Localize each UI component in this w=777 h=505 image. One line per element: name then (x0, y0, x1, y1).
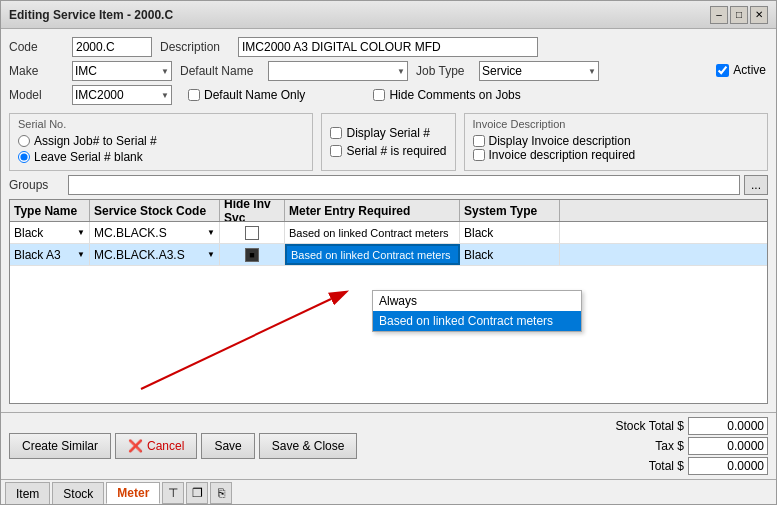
code-description-row: Code Description (9, 37, 768, 57)
type-arrow-icon-0: ▼ (77, 228, 85, 237)
cell-system-1: Black (460, 244, 560, 265)
hide-comments-checkbox[interactable] (373, 89, 385, 101)
display-invoice-row: Display Invoice description (473, 134, 759, 148)
job-type-combo[interactable]: Service ▼ (479, 61, 599, 81)
active-row: Active (716, 63, 766, 77)
tax-row: Tax $ 0.0000 (594, 437, 768, 455)
action-buttons: Create Similar ❌ Cancel Save Save & Clos… (9, 433, 357, 459)
main-window: Editing Service Item - 2000.C – □ ✕ Acti… (0, 0, 777, 505)
type-arrow-icon-1: ▼ (77, 250, 85, 259)
cell-system-0: Black (460, 222, 560, 243)
tab-icon-paste[interactable]: ⎘ (210, 482, 232, 504)
default-name-only-checkbox[interactable] (188, 89, 200, 101)
groups-row: Groups ... (9, 175, 768, 195)
make-row: Make IMC ▼ Default Name ▼ Job Type Servi… (9, 61, 768, 81)
model-value: IMC2000 (75, 88, 124, 102)
type-combo-1[interactable]: Black A3 ▼ (14, 248, 85, 262)
cell-meter-1: Based on linked Contract meters (285, 244, 460, 265)
leave-radio-row: Leave Serial # blank (18, 150, 304, 164)
tab-icon-copy[interactable]: ❐ (186, 482, 208, 504)
cell-type-1: Black A3 ▼ (10, 244, 90, 265)
serial-invoice-sections: Serial No. Assign Job# to Serial # Leave… (9, 113, 768, 171)
table-header: Type Name Service Stock Code Hide Inv Sv… (10, 200, 767, 222)
dropdown-item-always[interactable]: Always (373, 291, 581, 311)
cell-hide-0[interactable] (220, 222, 285, 243)
groups-browse-button[interactable]: ... (744, 175, 768, 195)
cancel-icon: ❌ (128, 439, 143, 453)
invoice-title: Invoice Description (473, 118, 759, 130)
window-title: Editing Service Item - 2000.C (9, 8, 173, 22)
model-arrow-icon: ▼ (161, 91, 169, 100)
tab-meter[interactable]: Meter (106, 482, 160, 504)
invoice-required-checkbox[interactable] (473, 149, 485, 161)
tab-item[interactable]: Item (5, 482, 50, 504)
total-value: 0.0000 (688, 457, 768, 475)
list-icon: ⊤ (168, 486, 178, 500)
active-label: Active (733, 63, 766, 77)
display-serial-row: Display Serial # (330, 126, 446, 140)
title-controls: – □ ✕ (710, 6, 768, 24)
meter-dropdown[interactable]: Always Based on linked Contract meters (372, 290, 582, 332)
job-type-value: Service (482, 64, 522, 78)
dropdown-item-contract[interactable]: Based on linked Contract meters (373, 311, 581, 331)
save-button[interactable]: Save (201, 433, 254, 459)
stock-total-value: 0.0000 (688, 417, 768, 435)
default-name-only-label: Default Name Only (204, 88, 305, 102)
invoice-required-row: Invoice description required (473, 148, 759, 162)
description-input[interactable] (238, 37, 538, 57)
model-combo[interactable]: IMC2000 ▼ (72, 85, 172, 105)
action-bar: Create Similar ❌ Cancel Save Save & Clos… (1, 412, 776, 479)
tab-icon-list[interactable]: ⊤ (162, 482, 184, 504)
default-name-combo[interactable]: ▼ (268, 61, 408, 81)
leave-radio[interactable] (18, 151, 30, 163)
col-header-hide: Hide Inv Svc (220, 200, 285, 221)
active-checkbox[interactable] (716, 64, 729, 77)
serial-checkboxes: Display Serial # Serial # is required (321, 113, 455, 171)
make-value: IMC (75, 64, 97, 78)
close-button[interactable]: ✕ (750, 6, 768, 24)
default-name-only-row: Default Name Only (188, 88, 305, 102)
description-label: Description (160, 40, 230, 54)
default-name-arrow-icon: ▼ (397, 67, 405, 76)
table-row[interactable]: Black A3 ▼ MC.BLACK.A3.S ▼ ■ Based on li… (10, 244, 767, 266)
cell-type-0: Black ▼ (10, 222, 90, 243)
tab-bar: Item Stock Meter ⊤ ❐ ⎘ (1, 479, 776, 504)
table-row[interactable]: Black ▼ MC.BLACK.S ▼ Based on linked Con… (10, 222, 767, 244)
serial-required-checkbox[interactable] (330, 145, 342, 157)
code-input[interactable] (72, 37, 152, 57)
total-row: Total $ 0.0000 (594, 457, 768, 475)
hide-comments-label: Hide Comments on Jobs (389, 88, 520, 102)
serial-required-label: Serial # is required (346, 144, 446, 158)
display-invoice-label: Display Invoice description (489, 134, 631, 148)
serial-title: Serial No. (18, 118, 304, 130)
tax-value: 0.0000 (688, 437, 768, 455)
save-close-button[interactable]: Save & Close (259, 433, 358, 459)
invoice-section: Invoice Description Display Invoice desc… (464, 113, 768, 171)
make-combo[interactable]: IMC ▼ (72, 61, 172, 81)
display-invoice-checkbox[interactable] (473, 135, 485, 147)
tab-stock[interactable]: Stock (52, 482, 104, 504)
groups-label: Groups (9, 178, 64, 192)
display-serial-checkbox[interactable] (330, 127, 342, 139)
job-type-arrow-icon: ▼ (588, 67, 596, 76)
totals-section: Stock Total $ 0.0000 Tax $ 0.0000 Total … (594, 417, 768, 475)
code-arrow-icon-1: ▼ (207, 250, 215, 259)
stock-total-row: Stock Total $ 0.0000 (594, 417, 768, 435)
hide-checkbox-1[interactable]: ■ (245, 248, 259, 262)
code-combo-1[interactable]: MC.BLACK.A3.S ▼ (94, 248, 215, 262)
total-label: Total $ (594, 459, 684, 473)
minimize-button[interactable]: – (710, 6, 728, 24)
assign-radio[interactable] (18, 135, 30, 147)
type-combo-0[interactable]: Black ▼ (14, 226, 85, 240)
display-serial-label: Display Serial # (346, 126, 429, 140)
hide-checkbox-0[interactable] (245, 226, 259, 240)
code-combo-0[interactable]: MC.BLACK.S ▼ (94, 226, 215, 240)
cell-hide-1[interactable]: ■ (220, 244, 285, 265)
code-label: Code (9, 40, 64, 54)
hide-comments-row: Hide Comments on Jobs (373, 88, 520, 102)
model-label: Model (9, 88, 64, 102)
create-similar-button[interactable]: Create Similar (9, 433, 111, 459)
cancel-button[interactable]: ❌ Cancel (115, 433, 197, 459)
restore-button[interactable]: □ (730, 6, 748, 24)
groups-input[interactable] (68, 175, 740, 195)
